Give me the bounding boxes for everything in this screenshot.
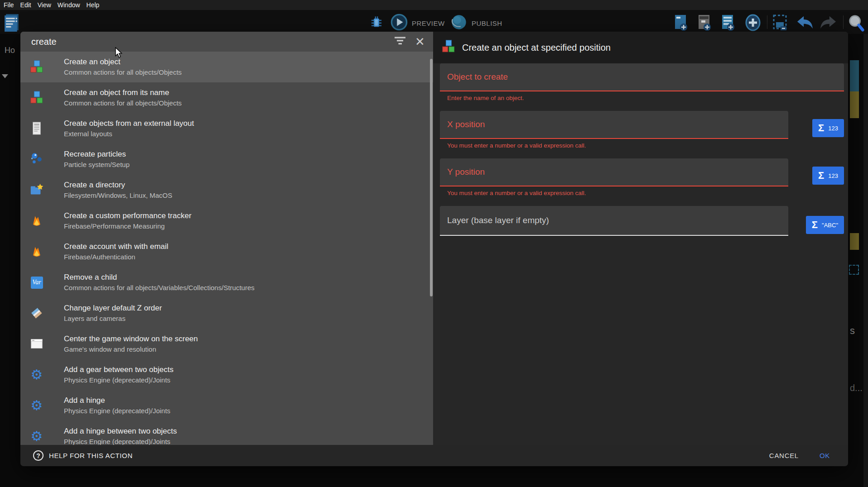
game-window-icon (29, 336, 44, 352)
action-list-item[interactable]: ⚙Add a hingePhysics Engine (deprecated)/… (20, 390, 433, 421)
action-title: Create an object from its name (64, 87, 182, 98)
add-extension-button[interactable] (744, 14, 762, 33)
menu-view[interactable]: View (38, 1, 51, 9)
parameter-field[interactable]: Object to create (440, 63, 844, 91)
action-group: Particle system/Setup (64, 160, 130, 170)
preview-button[interactable]: PREVIEW (391, 14, 445, 33)
action-list-item[interactable]: Recreate particlesParticle system/Setup (20, 144, 433, 175)
expression-editor-button[interactable]: Σ"ABC" (806, 216, 844, 234)
detail-body: Object to createEnter the name of an obj… (433, 63, 848, 236)
chevron-down-icon (2, 74, 8, 78)
action-list-item[interactable]: ⚙Add a hinge between two objectsPhysics … (20, 421, 433, 445)
action-list-item[interactable]: Create a custom performance trackerFireb… (20, 205, 433, 236)
menu-file[interactable]: File (4, 1, 14, 9)
action-title: Change layer default Z order (64, 303, 162, 314)
background-panel-fragment (849, 265, 859, 275)
sigma-icon: Σ (818, 123, 824, 133)
menu-window[interactable]: Window (58, 1, 80, 9)
field-helper-text: Enter the name of an object. (447, 95, 844, 102)
choose-action-dialog: create ✕ (20, 32, 848, 466)
action-title: Create a custom performance tracker (64, 210, 192, 221)
list-scrollbar-thumb[interactable] (430, 59, 433, 296)
action-title: Create account with with email (64, 241, 169, 252)
help-button[interactable]: ? HELP FOR THIS ACTION (33, 450, 133, 461)
undo-button[interactable] (795, 15, 814, 32)
action-group: Firebase/Authentication (64, 252, 169, 262)
debug-button[interactable] (370, 15, 383, 32)
redo-button[interactable] (819, 15, 838, 32)
parameter-field[interactable]: X position (440, 111, 788, 139)
expression-editor-button[interactable]: Σ123 (812, 119, 844, 137)
firebase-icon (29, 244, 44, 259)
action-list-item[interactable]: VarRemove a childCommon actions for all … (20, 267, 433, 298)
detail-title: Create an object at specified position (462, 43, 611, 53)
action-list-item[interactable]: Create an objectCommon actions for all o… (20, 52, 433, 82)
parameter-row: Layer (base layer if empty)Σ"ABC" (440, 206, 844, 236)
parameter-field[interactable]: Layer (base layer if empty) (440, 206, 788, 236)
background-panel-fragment (850, 60, 859, 91)
action-group: Physics Engine (deprecated)/Joints (64, 375, 174, 385)
add-external-events-icon (696, 14, 713, 33)
add-external-layout-button[interactable] (720, 14, 736, 33)
physics-gear-icon: ⚙ (29, 367, 44, 382)
action-group: Common actions for all objects/Variables… (64, 283, 255, 293)
background-text-fragment: d... (850, 383, 863, 393)
cubes-icon (441, 39, 456, 56)
action-list-item[interactable]: Change layer default Z orderLayers and c… (20, 298, 433, 329)
action-list-item[interactable]: Create account with with emailFirebase/A… (20, 236, 433, 267)
close-button[interactable]: ✕ (413, 35, 427, 48)
plus-circle-icon (744, 14, 762, 33)
action-list-item[interactable]: ⚙Add a gear between two objectsPhysics E… (20, 359, 433, 390)
action-list-item[interactable]: Center the game window on the screenGame… (20, 329, 433, 359)
filter-icon (394, 36, 406, 47)
action-title: Add a gear between two objects (64, 364, 174, 375)
add-external-events-button[interactable] (696, 14, 713, 33)
search-input[interactable]: create (31, 37, 393, 47)
magnifier-icon (848, 14, 865, 34)
toolbar: PREVIEW PUBLISH (0, 10, 868, 34)
action-group: Game's window and resolution (64, 344, 198, 354)
toolbar-separator (767, 15, 767, 29)
play-icon (391, 14, 408, 33)
add-scene-button[interactable] (673, 14, 689, 33)
paste-button[interactable] (772, 14, 789, 33)
ok-button[interactable]: OK (820, 452, 830, 459)
background-panel-fragment (850, 91, 859, 118)
background-text-fragment: s (850, 325, 855, 337)
action-group: Layers and cameras (64, 314, 162, 324)
undo-icon (795, 15, 814, 32)
action-detail-pane: Create an object at specified position O… (433, 32, 848, 445)
project-manager-button[interactable] (4, 13, 20, 34)
cubes-icon (29, 59, 44, 75)
folder-star-icon (29, 182, 44, 198)
particles-icon (29, 152, 44, 167)
search-button[interactable] (848, 14, 865, 34)
filter-button[interactable] (393, 35, 407, 48)
expression-editor-button[interactable]: Σ123 (812, 167, 844, 185)
detail-header: Create an object at specified position (433, 32, 848, 63)
action-list-item[interactable]: Create an object from its nameCommon act… (20, 82, 433, 113)
home-tab-label: Ho (5, 46, 15, 55)
action-title: Create an object (64, 57, 182, 67)
publish-button[interactable]: PUBLISH (450, 14, 502, 33)
menu-help[interactable]: Help (87, 1, 100, 9)
variable-icon: Var (29, 275, 44, 290)
dialog-footer: ? HELP FOR THIS ACTION CANCEL OK (20, 445, 848, 466)
menu-edit[interactable]: Edit (20, 1, 31, 9)
globe-icon (450, 14, 468, 33)
add-scene-icon (673, 14, 689, 33)
parameter-row: Y positionΣ123 (440, 158, 844, 186)
firebase-icon (29, 213, 44, 229)
parameter-row: X positionΣ123 (440, 111, 844, 139)
action-list-item[interactable]: Create a directoryFilesystem/Windows, Li… (20, 175, 433, 205)
action-title: Add a hinge (64, 395, 170, 406)
parameter-label: Object to create (447, 72, 508, 82)
cancel-button[interactable]: CANCEL (769, 452, 799, 459)
action-results-list: Create an objectCommon actions for all o… (20, 52, 433, 445)
action-list-item[interactable]: Create objects from an external layoutEx… (20, 113, 433, 144)
parameter-field[interactable]: Y position (440, 158, 788, 186)
action-group: Filesystem/Windows, Linux, MacOS (64, 191, 172, 201)
sigma-icon: Σ (818, 171, 824, 181)
close-icon: ✕ (415, 36, 425, 48)
action-group: External layouts (64, 129, 194, 139)
